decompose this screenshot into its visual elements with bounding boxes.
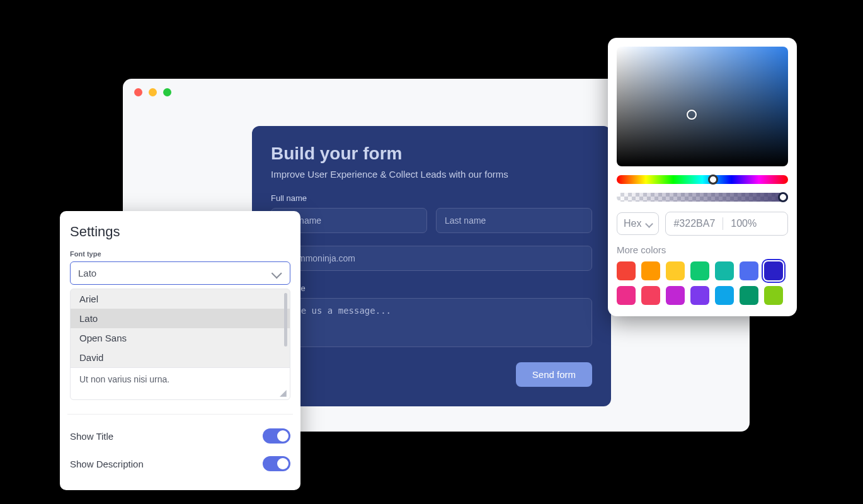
color-swatch[interactable] <box>666 261 685 280</box>
form-subtitle: Improve User Experience & Collect Leads … <box>271 169 592 180</box>
color-swatch[interactable] <box>666 286 685 305</box>
more-colors-label: More colors <box>617 244 788 255</box>
color-swatch[interactable] <box>641 261 660 280</box>
color-swatch[interactable] <box>715 286 734 305</box>
chevron-down-icon <box>271 268 282 278</box>
dropdown-scrollbar[interactable] <box>284 293 287 346</box>
show-description-row: Show Description <box>70 450 290 478</box>
message-group: Message <box>271 284 592 350</box>
saturation-value-field[interactable] <box>617 47 788 166</box>
chevron-down-icon <box>646 220 654 228</box>
color-swatch[interactable] <box>764 286 783 305</box>
submit-button[interactable]: Send form <box>516 362 592 387</box>
hex-value: #322BA7 <box>673 218 715 229</box>
window-maximize-dot[interactable] <box>163 88 171 96</box>
message-label: Message <box>272 284 592 293</box>
color-swatch[interactable] <box>617 286 636 305</box>
show-title-toggle[interactable] <box>263 428 290 444</box>
color-picker-panel: Hex #322BA7 100% More colors <box>608 38 797 316</box>
font-option[interactable]: Lato <box>71 309 290 328</box>
settings-title: Settings <box>70 224 290 240</box>
swatch-grid <box>617 261 788 305</box>
color-swatch[interactable] <box>617 261 636 280</box>
font-option[interactable]: Open Sans <box>71 328 290 348</box>
show-description-label: Show Description <box>70 459 144 469</box>
color-value-box[interactable]: #322BA7 100% <box>665 212 788 236</box>
form-title: Build your form <box>271 144 592 164</box>
show-title-label: Show Title <box>70 431 113 442</box>
window-close-dot[interactable] <box>134 88 142 96</box>
color-swatch[interactable] <box>690 286 709 305</box>
hue-slider[interactable] <box>617 175 788 184</box>
sv-thumb[interactable] <box>687 110 697 120</box>
fullname-group: Full name <box>271 193 592 233</box>
font-dropdown: Ariel Lato Open Sans David Ut non varius… <box>70 289 290 400</box>
hue-thumb[interactable] <box>708 175 718 185</box>
window-minimize-dot[interactable] <box>149 88 157 96</box>
resize-handle-icon[interactable]: ◢ <box>280 389 287 397</box>
color-swatch[interactable] <box>715 261 734 280</box>
color-format-select[interactable]: Hex <box>617 212 659 235</box>
settings-panel: Settings Font type Lato Ariel Lato Open … <box>60 211 300 490</box>
message-textarea[interactable] <box>271 298 592 347</box>
alpha-value: 100% <box>731 218 757 229</box>
form-card: Build your form Improve User Experience … <box>252 126 611 406</box>
color-swatch[interactable] <box>764 261 783 280</box>
value-separator <box>723 217 723 230</box>
divider <box>67 414 293 415</box>
dropdown-textarea-stub[interactable]: Ut non varius nisi urna. ◢ <box>71 367 290 399</box>
show-description-toggle[interactable] <box>263 456 290 471</box>
color-swatch[interactable] <box>740 261 758 280</box>
color-format-label: Hex <box>624 218 641 229</box>
font-option[interactable]: Ariel <box>71 289 290 309</box>
color-swatch[interactable] <box>641 286 660 305</box>
email-group <box>271 246 592 271</box>
email-input[interactable] <box>271 246 592 271</box>
fullname-label: Full name <box>271 193 592 203</box>
alpha-slider[interactable] <box>617 193 788 202</box>
color-swatch[interactable] <box>690 261 709 280</box>
last-name-input[interactable] <box>436 208 592 233</box>
font-type-select[interactable]: Lato <box>70 261 290 285</box>
show-title-row: Show Title <box>70 422 290 450</box>
font-type-selected: Lato <box>78 268 96 278</box>
font-option[interactable]: David <box>71 348 290 367</box>
alpha-thumb[interactable] <box>778 192 788 202</box>
font-type-label: Font type <box>70 250 290 258</box>
color-swatch[interactable] <box>740 286 758 305</box>
